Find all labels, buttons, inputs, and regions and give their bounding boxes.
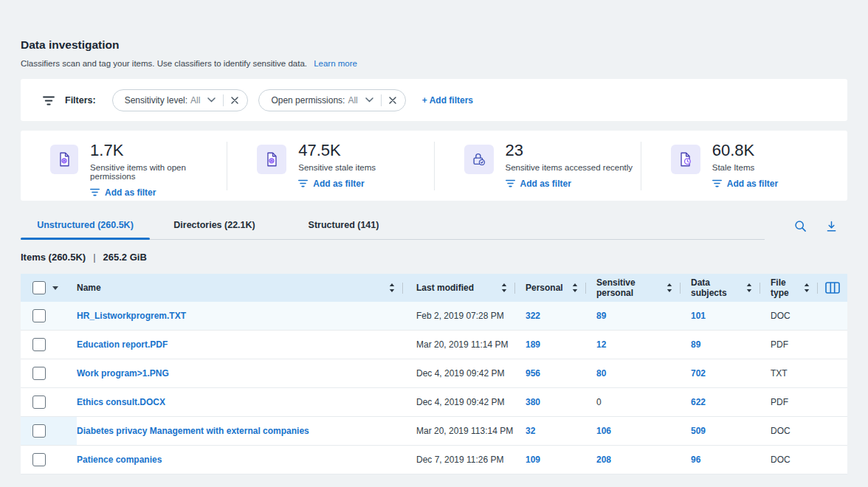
sensitive-personal-count-link[interactable]: 12 [596, 339, 606, 350]
filter-funnel-icon [43, 95, 55, 105]
file-name-link[interactable]: Work program>1.PNG [77, 368, 169, 379]
chevron-down-icon[interactable] [365, 97, 373, 103]
filters-label: Filters: [65, 95, 96, 106]
add-as-filter-button[interactable]: Add as filter [298, 179, 376, 189]
header-last-modified[interactable]: Last modified [406, 283, 515, 294]
items-count: Items (260.5K) [21, 252, 86, 263]
personal-count-link[interactable]: 32 [526, 426, 535, 436]
row-select-cell [21, 309, 77, 322]
data-subjects-count-link[interactable]: 89 [691, 339, 700, 350]
filter-chip-name: Sensitivity level: [125, 95, 187, 106]
page-subtitle: Classifiers scan and tag your items. Use… [21, 59, 847, 68]
data-subjects-count-link[interactable]: 96 [691, 455, 700, 465]
filter-chip-sensitivity-level[interactable]: Sensitivity level: All [112, 89, 249, 111]
select-menu-caret-icon[interactable] [52, 286, 58, 290]
filter-bar: Filters: Sensitivity level: All Open per… [21, 79, 847, 121]
chevron-down-icon[interactable] [207, 97, 216, 103]
row-select-cell [21, 367, 77, 380]
personal-count-link[interactable]: 956 [526, 368, 540, 379]
filter-chip-open-permissions[interactable]: Open permissions: All [258, 89, 405, 111]
sort-icon[interactable] [746, 283, 752, 292]
file-name-link[interactable]: Patience companies [77, 455, 162, 465]
stat-card-stale-items: 60.8K Stale Items Add as filter [641, 142, 847, 190]
table-row: Ethics consult.DOCXDec 4, 2019 09:42 PM3… [21, 388, 847, 417]
sensitive-personal-count-cell: 0 [586, 397, 681, 407]
row-checkbox[interactable] [32, 453, 46, 466]
sort-icon[interactable] [666, 283, 672, 292]
row-checkbox[interactable] [32, 338, 46, 351]
close-icon[interactable] [389, 97, 396, 104]
items-table: Name Last modified Personal [21, 274, 847, 474]
row-checkbox[interactable] [32, 424, 46, 438]
header-personal[interactable]: Personal [515, 283, 586, 294]
personal-count-link[interactable]: 322 [526, 311, 540, 321]
sort-icon[interactable] [804, 283, 810, 292]
personal-count-cell: 322 [515, 311, 586, 321]
select-all-checkbox[interactable] [32, 281, 46, 294]
header-file-type[interactable]: File type [760, 277, 818, 298]
personal-count-cell: 32 [515, 426, 586, 436]
close-icon[interactable] [231, 97, 238, 104]
items-summary: Items (260.5K) | 265.2 GiB [21, 252, 847, 263]
personal-count-link[interactable]: 109 [526, 455, 540, 465]
add-as-filter-button[interactable]: Add as filter [712, 179, 778, 189]
last-modified-value: Dec 4, 2019 09:42 PM [416, 368, 504, 379]
column-divider [402, 283, 403, 294]
lock-accessed-icon [464, 145, 494, 174]
sensitive-personal-count-link[interactable]: 208 [596, 455, 611, 465]
header-data-subjects[interactable]: Data subjects [681, 277, 760, 298]
stat-value: 1.7K [90, 142, 227, 159]
sort-icon[interactable] [389, 283, 395, 292]
search-icon[interactable] [794, 220, 807, 232]
personal-count-link[interactable]: 380 [526, 397, 540, 407]
stat-value: 47.5K [298, 142, 376, 159]
add-as-filter-button[interactable]: Add as filter [506, 179, 633, 189]
header-select-cell [21, 281, 77, 294]
file-name-link[interactable]: HR_Listworkprogrem.TXT [77, 311, 186, 321]
tab-structured[interactable]: Structured (141) [279, 213, 408, 239]
file-type-value: DOC [771, 426, 790, 436]
personal-count-link[interactable]: 189 [526, 339, 540, 350]
sensitive-stale-file-icon [257, 145, 286, 174]
data-subjects-count-link[interactable]: 702 [691, 368, 706, 379]
file-name-link[interactable]: Ethics consult.DOCX [77, 397, 165, 407]
tab-unstructured[interactable]: Unstructured (260.5K) [21, 213, 150, 239]
sensitive-personal-count-link[interactable]: 89 [596, 311, 606, 321]
sensitive-personal-count-cell: 89 [586, 311, 681, 321]
filter-chip-value: All [348, 95, 357, 106]
data-subjects-count-link[interactable]: 509 [691, 426, 706, 436]
last-modified-value: Mar 20, 2019 113:14 PM [416, 426, 513, 436]
last-modified-value: Dec 7, 2019 11:26 PM [416, 455, 504, 465]
items-separator: | [93, 252, 95, 263]
chip-divider [381, 94, 382, 106]
last-modified-cell: Dec 7, 2019 11:26 PM [406, 455, 515, 465]
header-name[interactable]: Name [77, 283, 406, 294]
stat-card-accessed-recently: 23 Sensitive items accessed recently Add… [434, 142, 641, 190]
add-as-filter-button[interactable]: Add as filter [90, 187, 227, 198]
row-checkbox[interactable] [32, 396, 46, 409]
data-subjects-count-cell: 96 [681, 455, 760, 465]
data-subjects-count-link[interactable]: 622 [691, 397, 706, 407]
add-filters-button[interactable]: + Add filters [422, 95, 473, 106]
funnel-icon [298, 179, 308, 187]
table-row: Patience companiesDec 7, 2019 11:26 PM10… [21, 446, 847, 474]
header-sensitive-personal[interactable]: Sensitive personal [586, 277, 681, 298]
sensitive-personal-count-cell: 12 [586, 339, 681, 350]
row-checkbox[interactable] [32, 367, 46, 380]
sensitive-personal-count-link[interactable]: 106 [596, 426, 611, 436]
tab-directories[interactable]: Directories (22.1K) [150, 213, 279, 239]
row-checkbox[interactable] [32, 309, 46, 322]
sort-icon[interactable] [501, 283, 507, 292]
sensitive-personal-count-link[interactable]: 80 [596, 368, 606, 379]
file-name-link[interactable]: Diabetes privacy Management with externa… [77, 426, 309, 436]
file-name-link[interactable]: Education report.PDF [77, 339, 168, 350]
file-type-value: DOC [771, 455, 790, 465]
download-icon[interactable] [826, 221, 837, 232]
funnel-icon [712, 179, 722, 187]
column-settings-icon[interactable] [825, 282, 840, 294]
personal-count-cell: 956 [515, 368, 586, 379]
page-title: Data investigation [21, 38, 847, 52]
sort-icon[interactable] [572, 283, 578, 292]
learn-more-link[interactable]: Learn more [314, 59, 357, 68]
data-subjects-count-link[interactable]: 101 [691, 311, 706, 321]
